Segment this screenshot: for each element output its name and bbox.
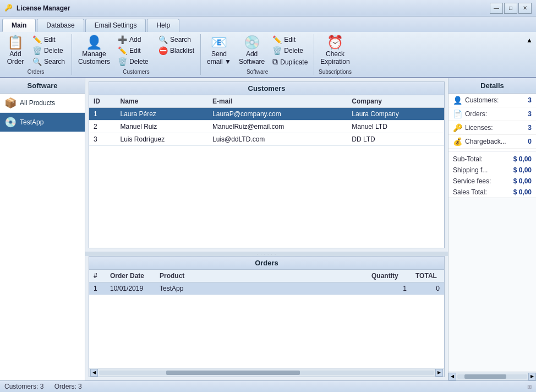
title-bar: 🔑 License Manager — □ ✕ (0, 0, 536, 17)
search-customer-label: Search (170, 36, 191, 43)
edit-customer-button[interactable]: ✏️ Edit (115, 45, 154, 56)
scroll-track[interactable] (99, 371, 434, 375)
detail-licenses-label: Licenses: (465, 124, 521, 132)
detail-orders-icon: 📄 (453, 110, 463, 118)
customer-id: 2 (89, 121, 116, 133)
tab-database[interactable]: Database (37, 19, 84, 32)
detail-sales-total-value: $ 0,00 (513, 188, 532, 196)
detail-chargebacks: 💰 Chargeback... 0 (449, 135, 536, 149)
detail-licenses-icon: 🔑 (453, 123, 463, 132)
details-scroll-thumb (464, 374, 506, 379)
details-scroll-left[interactable]: ◀ (449, 373, 456, 380)
search-customer-button[interactable]: 🔍 Search (156, 34, 197, 45)
details-horiz-scroll[interactable]: ◀ ▶ (449, 372, 536, 380)
ribbon-group-customers: 👤 ManageCustomers ➕ Add ✏️ Edit 🗑️ Delet… (72, 34, 201, 75)
check-expiration-icon: ⏰ (327, 36, 343, 49)
edit-order-button[interactable]: ✏️ Edit (30, 34, 68, 45)
blacklist-label: Blacklist (170, 47, 194, 55)
maximize-button[interactable]: □ (504, 3, 517, 14)
customer-company: DD LTD (347, 133, 444, 146)
add-order-button[interactable]: 📋 AddOrder (3, 34, 28, 67)
orders-table-header-row: # Order Date Product Quantity TOTAL (89, 270, 444, 282)
close-button[interactable]: ✕ (518, 3, 532, 14)
order-date: 10/01/2019 (106, 282, 155, 295)
col-name: Name (116, 95, 209, 108)
ribbon-collapse-button[interactable]: ▲ (523, 34, 536, 75)
customers-panel: Customers ID Name E-mail Company 1 Laura… (89, 81, 445, 248)
delete-customer-button[interactable]: 🗑️ Delete (115, 56, 154, 67)
main-area: Software 📦 All Products 💿 TestApp Custom… (0, 78, 536, 380)
minimize-button[interactable]: — (490, 3, 503, 14)
add-customer-button[interactable]: ➕ Add (115, 34, 154, 45)
sidebar-item-all-products[interactable]: 📦 All Products (0, 94, 85, 113)
scroll-left-button[interactable]: ◀ (90, 369, 98, 377)
delete-order-icon: 🗑️ (32, 46, 42, 55)
add-customer-label: Add (129, 36, 141, 43)
status-orders-label: Orders: (54, 383, 78, 390)
sidebar: Software 📦 All Products 💿 TestApp (0, 78, 85, 380)
ribbon-group-customers-content: 👤 ManageCustomers ➕ Add ✏️ Edit 🗑️ Delet… (75, 34, 197, 68)
order-total: 0 (411, 282, 444, 295)
customers-small-buttons-2: 🔍 Search ⛔ Blacklist (156, 34, 197, 56)
detail-subtotal-label: Sub-Total: (453, 155, 513, 163)
tab-email-settings[interactable]: Email Settings (85, 19, 146, 32)
horizontal-scrollbar[interactable]: ◀ ▶ (89, 368, 444, 377)
orders-panel: Orders # Order Date Product Quantity TOT… (89, 256, 445, 377)
sidebar-item-testapp[interactable]: 💿 TestApp (0, 113, 85, 132)
customer-name: Laura Pérez (116, 108, 209, 121)
orders-panel-header: Orders (89, 257, 444, 270)
blacklist-button[interactable]: ⛔ Blacklist (156, 45, 197, 56)
detail-chargebacks-icon: 💰 (453, 137, 463, 146)
tab-help[interactable]: Help (147, 19, 179, 32)
customer-row[interactable]: 1 Laura Pérez LauraP@company.com Laura C… (89, 108, 444, 121)
customer-id: 1 (89, 108, 116, 121)
send-email-button[interactable]: 📧 Sendemail ▼ (204, 34, 234, 67)
details-scroll-track[interactable] (457, 374, 527, 379)
search-order-button[interactable]: 🔍 Search (30, 56, 68, 67)
status-customers-label: Customers: (4, 383, 40, 390)
customer-email: LauraP@company.com (208, 108, 347, 121)
detail-customers-label: Customers: (465, 96, 521, 104)
detail-shipping: Shipping f... $ 0,00 (449, 165, 536, 176)
panel-divider[interactable]: · · · · · · (85, 252, 448, 256)
edit-software-button[interactable]: ✏️ Edit (270, 34, 310, 45)
order-row[interactable]: 1 10/01/2019 TestApp 1 0 (89, 282, 444, 295)
ribbon-group-subscriptions-content: ⏰ CheckExpiration (318, 34, 352, 68)
check-expiration-button[interactable]: ⏰ CheckExpiration (318, 34, 352, 67)
detail-shipping-label: Shipping f... (453, 166, 513, 174)
delete-customer-label: Delete (129, 58, 149, 66)
add-order-icon: 📋 (7, 36, 24, 49)
order-num: 1 (89, 282, 106, 295)
delete-software-label: Delete (284, 47, 303, 55)
detail-divider (449, 151, 536, 151)
ribbon-group-orders-content: 📋 AddOrder ✏️ Edit 🗑️ Delete 🔍 Search (3, 34, 68, 68)
details-scroll-right[interactable]: ▶ (528, 373, 536, 380)
delete-order-button[interactable]: 🗑️ Delete (30, 45, 68, 56)
send-email-icon: 📧 (211, 36, 227, 49)
delete-order-label: Delete (44, 47, 63, 55)
ribbon-spacer (356, 34, 523, 75)
delete-software-button[interactable]: 🗑️ Delete (270, 45, 310, 56)
detail-orders-label: Orders: (465, 110, 521, 118)
add-order-label: AddOrder (7, 50, 24, 66)
customer-row[interactable]: 2 Manuel Ruiz ManuelRuiz@email.com Manue… (89, 121, 444, 133)
search-order-icon: 🔍 (32, 57, 42, 66)
col-email: E-mail (208, 95, 347, 108)
add-software-icon: 💿 (244, 36, 260, 49)
duplicate-software-button[interactable]: ⧉ Duplicate (270, 56, 310, 68)
scroll-right-button[interactable]: ▶ (435, 369, 443, 377)
tab-main[interactable]: Main (2, 19, 36, 32)
edit-order-icon: ✏️ (32, 35, 42, 44)
customers-table-wrapper[interactable]: ID Name E-mail Company 1 Laura Pérez Lau… (89, 95, 444, 248)
status-orders-value: 3 (78, 383, 82, 390)
duplicate-software-label: Duplicate (280, 58, 308, 66)
col-product: Product (155, 270, 367, 282)
col-order-date: Order Date (106, 270, 155, 282)
add-software-button[interactable]: 💿 AddSoftware (236, 34, 267, 67)
orders-table-wrapper[interactable]: # Order Date Product Quantity TOTAL 1 10… (89, 270, 444, 368)
search-order-label: Search (44, 58, 65, 66)
status-info: Customers: 3 Orders: 3 (4, 383, 82, 390)
customer-row[interactable]: 3 Luis Rodríguez Luis@ddLTD.com DD LTD (89, 133, 444, 146)
detail-service-fees-label: Service fees: (453, 177, 513, 185)
manage-customers-button[interactable]: 👤 ManageCustomers (75, 34, 113, 67)
